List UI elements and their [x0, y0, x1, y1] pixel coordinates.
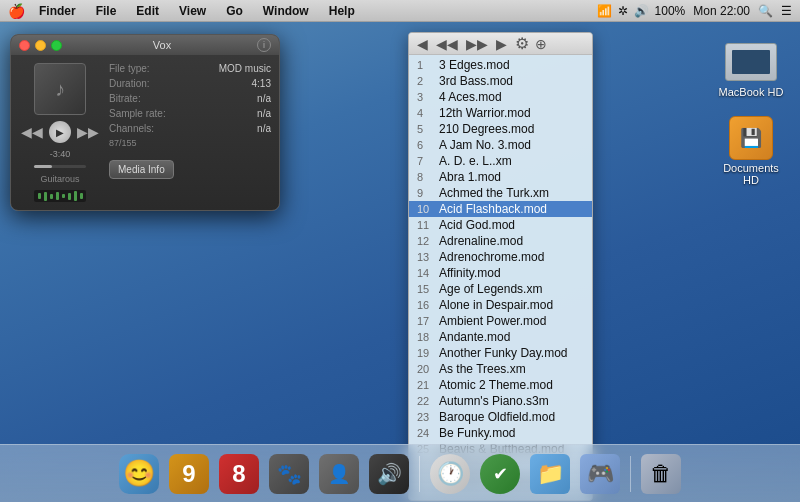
playlist-item-num: 6 [417, 139, 439, 151]
file-menu[interactable]: File [92, 4, 121, 18]
playlist-item-num: 1 [417, 59, 439, 71]
playlist-item-num: 10 [417, 203, 439, 215]
vox-window: Vox i ♪ ◀◀ ▶ ▶▶ -3:40 Guitarous [10, 34, 280, 211]
trash-icon: 🗑 [641, 454, 681, 494]
playlist-rewind-btn[interactable]: ◀◀ [434, 36, 460, 52]
playlist-item[interactable]: 8Abra 1.mod [409, 169, 592, 185]
dock-finder[interactable]: 😊 [117, 452, 161, 496]
progress-bar[interactable] [34, 165, 86, 168]
playlist-item[interactable]: 9Achmed the Turk.xm [409, 185, 592, 201]
playlist-item-num: 14 [417, 267, 439, 279]
dock-timemachine[interactable]: 🕐 [428, 452, 472, 496]
playlist-item-num: 2 [417, 75, 439, 87]
play-button[interactable]: ▶ [49, 121, 71, 143]
dock-trash[interactable]: 🗑 [639, 452, 683, 496]
next-button[interactable]: ▶▶ [75, 122, 101, 142]
finder-menu[interactable]: Finder [35, 4, 80, 18]
playlist-item-num: 19 [417, 347, 439, 359]
info-icon[interactable]: i [257, 38, 271, 52]
file-type-row: File type: MOD music [109, 63, 271, 74]
vox-titlebar: Vox i [11, 35, 279, 55]
minimize-button[interactable] [35, 40, 46, 51]
bluetooth-icon: ✲ [618, 4, 628, 18]
playlist-item-name: Age of Legends.xm [439, 282, 542, 296]
search-icon[interactable]: 🔍 [758, 4, 773, 18]
playlist-item[interactable]: 21Atomic 2 Theme.mod [409, 377, 592, 393]
macbook-hd-icon[interactable]: MacBook HD [716, 42, 786, 98]
stickies-icon: 9 [169, 454, 209, 494]
playlist-item-name: Affinity.mod [439, 266, 501, 280]
playlist-item-num: 24 [417, 427, 439, 439]
playlist-item[interactable]: 19Another Funky Day.mod [409, 345, 592, 361]
playlist-item[interactable]: 23rd Bass.mod [409, 73, 592, 89]
dock-stickies[interactable]: 9 [167, 452, 211, 496]
edit-menu[interactable]: Edit [132, 4, 163, 18]
playlist-item[interactable]: 23Baroque Oldfield.mod [409, 409, 592, 425]
playlist-items: 13 Edges.mod23rd Bass.mod34 Aces.mod412t… [409, 55, 592, 485]
playlist-header: ◀ ◀◀ ▶▶ ▶ ⚙ ⊕ [409, 33, 592, 55]
playlist-item-name: Andante.mod [439, 330, 510, 344]
playlist-item[interactable]: 13Adrenochrome.mod [409, 249, 592, 265]
playlist-item[interactable]: 18Andante.mod [409, 329, 592, 345]
macbook-hd-label: MacBook HD [719, 86, 784, 98]
playlist-item[interactable]: 412th Warrior.mod [409, 105, 592, 121]
apple-menu[interactable]: 🍎 [8, 3, 25, 19]
playlist-item[interactable]: 12Adrenaline.mod [409, 233, 592, 249]
playlist-item[interactable]: 6A Jam No. 3.mod [409, 137, 592, 153]
playlist-item[interactable]: 16Alone in Despair.mod [409, 297, 592, 313]
prev-button[interactable]: ◀◀ [19, 122, 45, 142]
playlist-item[interactable]: 24Be Funky.mod [409, 425, 592, 441]
playback-controls: ◀◀ ▶ ▶▶ [19, 121, 101, 143]
view-menu[interactable]: View [175, 4, 210, 18]
playlist-item[interactable]: 13 Edges.mod [409, 57, 592, 73]
eq-bar-3 [50, 194, 53, 199]
playlist-item-num: 16 [417, 299, 439, 311]
go-menu[interactable]: Go [222, 4, 247, 18]
playlist-item[interactable]: 5210 Degrees.mod [409, 121, 592, 137]
playlist-item-name: 210 Degrees.mod [439, 122, 534, 136]
folder-icon: 📁 [530, 454, 570, 494]
playlist-item-name: Adrenochrome.mod [439, 250, 544, 264]
timemachine-icon: 🕐 [430, 454, 470, 494]
list-icon[interactable]: ☰ [781, 4, 792, 18]
media-info-button[interactable]: Media Info [109, 160, 174, 179]
playlist-connect-btn[interactable]: ⊕ [535, 36, 547, 52]
playlist-item[interactable]: 10Acid Flashback.mod [409, 201, 592, 217]
volume-icon[interactable]: 🔊 [634, 4, 649, 18]
documents-hd-label: Documents HD [716, 162, 786, 186]
maximize-button[interactable] [51, 40, 62, 51]
playlist-item-name: Alone in Despair.mod [439, 298, 553, 312]
dock-addressbook[interactable]: 8 [217, 452, 261, 496]
file-type-value: MOD music [219, 63, 271, 74]
playlist-item[interactable]: 34 Aces.mod [409, 89, 592, 105]
eq-bar-7 [74, 191, 77, 201]
playlist-prev-btn[interactable]: ◀ [415, 36, 430, 52]
file-type-label: File type: [109, 63, 174, 74]
dock-speaker[interactable]: 🔊 [367, 452, 411, 496]
dock-migration[interactable]: 👤 [317, 452, 361, 496]
playlist-item[interactable]: 22Autumn's Piano.s3m [409, 393, 592, 409]
documents-hd-icon[interactable]: 💾 Documents HD [716, 118, 786, 186]
playlist-item[interactable]: 7A. D. e. L..xm [409, 153, 592, 169]
dock-x11[interactable]: 🐾 [267, 452, 311, 496]
playlist-item[interactable]: 17Ambient Power.mod [409, 313, 592, 329]
playlist-menu-btn[interactable]: ⚙ [515, 34, 529, 53]
playlist-item[interactable]: 11Acid God.mod [409, 217, 592, 233]
playlist-next-btn[interactable]: ▶ [494, 36, 509, 52]
playlist-item-name: 4 Aces.mod [439, 90, 502, 104]
window-menu[interactable]: Window [259, 4, 313, 18]
dock-folder[interactable]: 📁 [528, 452, 572, 496]
menubar-icons: 📶 ✲ 🔊 100% [597, 4, 686, 18]
games-icon: 🎮 [580, 454, 620, 494]
playlist-item[interactable]: 15Age of Legends.xm [409, 281, 592, 297]
playlist-item[interactable]: 20As the Trees.xm [409, 361, 592, 377]
close-button[interactable] [19, 40, 30, 51]
playlist-forward-btn[interactable]: ▶▶ [464, 36, 490, 52]
omni-icon: ✔ [480, 454, 520, 494]
help-menu[interactable]: Help [325, 4, 359, 18]
playlist-item-name: Be Funky.mod [439, 426, 515, 440]
playlist-item-num: 22 [417, 395, 439, 407]
playlist-item[interactable]: 14Affinity.mod [409, 265, 592, 281]
dock-games[interactable]: 🎮 [578, 452, 622, 496]
dock-omni[interactable]: ✔ [478, 452, 522, 496]
